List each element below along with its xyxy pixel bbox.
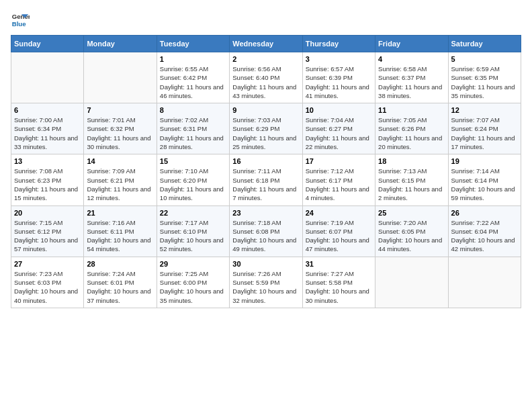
weekday-header-tuesday: Tuesday [157, 36, 229, 52]
daylight: Daylight: 10 hours and 54 minutes. [87, 236, 150, 253]
sunset: Sunset: 6:04 PM [451, 228, 498, 235]
sunrise: Sunrise: 7:11 AM [232, 167, 281, 175]
calendar-cell [448, 257, 521, 308]
calendar-cell: 7 Sunrise: 7:01 AM Sunset: 6:32 PM Dayli… [84, 103, 157, 154]
calendar-week-1: 1 Sunrise: 6:55 AM Sunset: 6:42 PM Dayli… [11, 52, 521, 103]
day-info: Sunrise: 6:58 AM Sunset: 6:37 PM Dayligh… [378, 64, 445, 100]
day-number: 28 [87, 260, 153, 268]
page-header: General Blue [11, 11, 521, 30]
sunset: Sunset: 6:01 PM [87, 279, 134, 286]
daylight: Daylight: 11 hours and 35 minutes. [451, 83, 515, 99]
sunrise: Sunrise: 7:07 AM [451, 116, 500, 124]
daylight: Daylight: 11 hours and 25 minutes. [232, 134, 296, 150]
day-info: Sunrise: 7:25 AM Sunset: 6:00 PM Dayligh… [160, 269, 226, 305]
daylight: Daylight: 10 hours and 47 minutes. [306, 236, 369, 253]
day-number: 17 [306, 157, 372, 165]
sunset: Sunset: 6:29 PM [232, 125, 279, 132]
calendar-week-5: 27 Sunrise: 7:23 AM Sunset: 6:03 PM Dayl… [11, 257, 521, 308]
calendar-cell: 2 Sunrise: 6:56 AM Sunset: 6:40 PM Dayli… [230, 52, 302, 103]
day-info: Sunrise: 7:09 AM Sunset: 6:21 PM Dayligh… [87, 167, 153, 202]
logo: General Blue [11, 11, 32, 30]
calendar-cell: 25 Sunrise: 7:20 AM Sunset: 6:05 PM Dayl… [375, 205, 448, 257]
calendar-cell: 24 Sunrise: 7:19 AM Sunset: 6:07 PM Dayl… [302, 205, 375, 257]
sunrise: Sunrise: 7:05 AM [378, 116, 427, 124]
day-number: 1 [160, 55, 226, 63]
day-info: Sunrise: 7:16 AM Sunset: 6:11 PM Dayligh… [87, 218, 153, 254]
sunrise: Sunrise: 7:04 AM [306, 116, 354, 124]
sunset: Sunset: 5:59 PM [232, 279, 279, 286]
sunrise: Sunrise: 7:03 AM [232, 116, 281, 124]
daylight: Daylight: 10 hours and 35 minutes. [160, 287, 224, 304]
sunset: Sunset: 6:07 PM [306, 228, 353, 235]
weekday-header-friday: Friday [375, 36, 448, 52]
sunset: Sunset: 6:15 PM [378, 177, 425, 184]
sunrise: Sunrise: 7:10 AM [160, 167, 208, 175]
day-number: 5 [451, 55, 518, 63]
daylight: Daylight: 11 hours and 43 minutes. [232, 83, 296, 99]
calendar-cell: 4 Sunrise: 6:58 AM Sunset: 6:37 PM Dayli… [375, 52, 448, 103]
calendar-cell: 12 Sunrise: 7:07 AM Sunset: 6:24 PM Dayl… [448, 103, 521, 154]
day-info: Sunrise: 6:57 AM Sunset: 6:39 PM Dayligh… [306, 64, 372, 100]
daylight: Daylight: 11 hours and 17 minutes. [451, 134, 515, 150]
calendar-week-2: 6 Sunrise: 7:00 AM Sunset: 6:34 PM Dayli… [11, 103, 521, 154]
sunrise: Sunrise: 6:59 AM [451, 65, 500, 73]
day-number: 9 [232, 106, 299, 114]
sunrise: Sunrise: 7:15 AM [14, 219, 62, 226]
day-number: 14 [87, 157, 153, 165]
calendar-cell: 8 Sunrise: 7:02 AM Sunset: 6:31 PM Dayli… [157, 103, 229, 154]
calendar-cell: 23 Sunrise: 7:18 AM Sunset: 6:08 PM Dayl… [230, 205, 302, 257]
calendar-cell: 17 Sunrise: 7:12 AM Sunset: 6:17 PM Dayl… [302, 154, 375, 205]
sunrise: Sunrise: 7:02 AM [160, 116, 208, 124]
day-number: 20 [14, 209, 81, 217]
sunset: Sunset: 6:26 PM [378, 125, 425, 132]
sunset: Sunset: 6:32 PM [87, 125, 134, 132]
daylight: Daylight: 10 hours and 37 minutes. [87, 287, 150, 304]
sunrise: Sunrise: 7:24 AM [87, 270, 135, 277]
sunrise: Sunrise: 7:09 AM [87, 167, 135, 175]
sunrise: Sunrise: 7:13 AM [378, 167, 427, 175]
calendar-cell [375, 257, 448, 308]
calendar-cell: 5 Sunrise: 6:59 AM Sunset: 6:35 PM Dayli… [448, 52, 521, 103]
svg-text:General: General [12, 13, 30, 20]
sunset: Sunset: 6:14 PM [451, 177, 498, 184]
sunrise: Sunrise: 7:22 AM [451, 219, 500, 226]
calendar-cell: 10 Sunrise: 7:04 AM Sunset: 6:27 PM Dayl… [302, 103, 375, 154]
daylight: Daylight: 11 hours and 22 minutes. [306, 134, 369, 150]
day-info: Sunrise: 7:17 AM Sunset: 6:10 PM Dayligh… [160, 218, 226, 254]
sunrise: Sunrise: 7:20 AM [378, 219, 427, 226]
day-number: 31 [306, 260, 372, 268]
day-number: 23 [232, 209, 299, 217]
calendar-cell: 13 Sunrise: 7:08 AM Sunset: 6:23 PM Dayl… [11, 154, 84, 205]
sunset: Sunset: 6:23 PM [14, 177, 61, 184]
day-info: Sunrise: 7:10 AM Sunset: 6:20 PM Dayligh… [160, 167, 226, 202]
day-info: Sunrise: 7:22 AM Sunset: 6:04 PM Dayligh… [451, 218, 518, 254]
calendar-cell: 30 Sunrise: 7:26 AM Sunset: 5:59 PM Dayl… [230, 257, 302, 308]
weekday-header-monday: Monday [84, 36, 157, 52]
day-info: Sunrise: 7:19 AM Sunset: 6:07 PM Dayligh… [306, 218, 372, 254]
daylight: Daylight: 10 hours and 57 minutes. [14, 236, 78, 253]
day-number: 27 [14, 260, 81, 268]
sunset: Sunset: 6:31 PM [160, 125, 207, 132]
day-info: Sunrise: 7:07 AM Sunset: 6:24 PM Dayligh… [451, 116, 518, 151]
sunset: Sunset: 6:21 PM [87, 177, 134, 184]
daylight: Daylight: 10 hours and 44 minutes. [378, 236, 442, 253]
day-info: Sunrise: 7:14 AM Sunset: 6:14 PM Dayligh… [451, 167, 518, 202]
sunrise: Sunrise: 7:12 AM [306, 167, 354, 175]
daylight: Daylight: 11 hours and 12 minutes. [87, 185, 150, 201]
calendar-cell [11, 52, 84, 103]
sunset: Sunset: 5:58 PM [306, 279, 353, 286]
sunset: Sunset: 6:18 PM [232, 177, 279, 184]
sunset: Sunset: 6:20 PM [160, 177, 207, 184]
daylight: Daylight: 11 hours and 10 minutes. [160, 185, 224, 201]
day-info: Sunrise: 7:26 AM Sunset: 5:59 PM Dayligh… [232, 269, 299, 305]
day-info: Sunrise: 6:59 AM Sunset: 6:35 PM Dayligh… [451, 64, 518, 100]
daylight: Daylight: 11 hours and 20 minutes. [378, 134, 442, 150]
sunset: Sunset: 6:03 PM [14, 279, 61, 286]
daylight: Daylight: 11 hours and 2 minutes. [378, 185, 442, 201]
day-number: 26 [451, 209, 518, 217]
day-info: Sunrise: 7:13 AM Sunset: 6:15 PM Dayligh… [378, 167, 445, 202]
calendar-cell: 11 Sunrise: 7:05 AM Sunset: 6:26 PM Dayl… [375, 103, 448, 154]
daylight: Daylight: 10 hours and 52 minutes. [160, 236, 224, 253]
day-number: 6 [14, 106, 81, 114]
daylight: Daylight: 10 hours and 49 minutes. [232, 236, 296, 253]
